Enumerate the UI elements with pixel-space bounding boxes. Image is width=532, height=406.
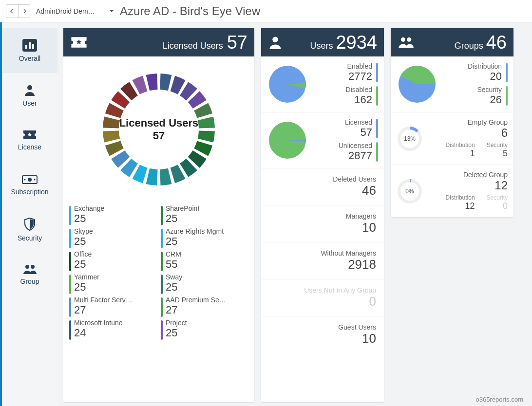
svg-rect-2 bbox=[29, 42, 31, 49]
group-icon bbox=[22, 264, 37, 275]
user-stat[interactable]: Guest Users10 bbox=[261, 316, 384, 353]
groups-value: 46 bbox=[486, 33, 507, 52]
groups-card: Groups 46 Distribution20 Security26 13% bbox=[391, 28, 513, 217]
user-stat[interactable]: Without Managers2918 bbox=[261, 242, 384, 279]
licensed-title: Licensed Users bbox=[163, 41, 223, 51]
svg-point-14 bbox=[401, 37, 405, 42]
svg-point-6 bbox=[28, 178, 32, 182]
user-stat[interactable]: Users Not In Any Group0 bbox=[261, 279, 384, 316]
pie-icon bbox=[267, 64, 308, 105]
license-item[interactable]: Skype25 bbox=[69, 227, 157, 248]
caret-down-icon bbox=[109, 10, 114, 13]
user-stat[interactable]: Deleted Users46 bbox=[261, 168, 384, 205]
license-item[interactable]: Microsoft Intune24 bbox=[69, 319, 157, 340]
deleted-group-row[interactable]: 0% Deleted Group 12 Distribution12 Secur… bbox=[391, 165, 513, 217]
svg-point-10 bbox=[31, 265, 35, 269]
sidebar-item-group[interactable]: Group bbox=[2, 252, 57, 297]
groups-title: Groups bbox=[455, 41, 483, 51]
svg-point-9 bbox=[25, 265, 29, 269]
sidebar-label: License bbox=[18, 143, 41, 151]
sidebar: Overall User License Subscription Securi… bbox=[0, 22, 57, 406]
page-title: Azure AD - Bird's Eye View bbox=[120, 4, 260, 18]
money-icon bbox=[22, 174, 38, 185]
groups-types-row[interactable]: Distribution20 Security26 bbox=[391, 56, 513, 112]
sidebar-item-security[interactable]: Security bbox=[2, 207, 57, 252]
sidebar-item-user[interactable]: User bbox=[2, 73, 57, 118]
license-item[interactable]: Azure Rights Mgmt25 bbox=[161, 227, 248, 248]
user-icon bbox=[23, 84, 36, 96]
license-item[interactable]: SharePoint25 bbox=[161, 204, 248, 225]
sidebar-label: Overall bbox=[19, 55, 40, 62]
sidebar-label: Subscription bbox=[11, 188, 48, 196]
group-icon bbox=[398, 36, 414, 49]
license-item[interactable]: Multi Factor Serv…27 bbox=[69, 296, 157, 317]
users-value: 2934 bbox=[336, 33, 377, 52]
users-card: Users 2934 Enabled2772 Disabled162 Licen… bbox=[261, 28, 384, 402]
sidebar-label: User bbox=[22, 99, 37, 107]
license-item[interactable]: Yammer25 bbox=[69, 273, 157, 294]
back-button[interactable] bbox=[6, 5, 18, 18]
chevron-right-icon bbox=[22, 9, 27, 14]
licensed-donut: Licensed Users 57 bbox=[63, 56, 254, 203]
svg-point-11 bbox=[272, 37, 278, 42]
user-icon bbox=[268, 35, 283, 50]
license-item[interactable]: CRM55 bbox=[161, 250, 248, 271]
nav-buttons bbox=[6, 4, 30, 18]
license-item[interactable]: Sway25 bbox=[161, 273, 248, 294]
sidebar-item-subscription[interactable]: Subscription bbox=[2, 163, 57, 207]
sidebar-item-overall[interactable]: Overall bbox=[2, 28, 57, 73]
ticket-icon bbox=[22, 129, 37, 140]
sidebar-item-license[interactable]: License bbox=[2, 118, 57, 163]
pie-icon bbox=[267, 120, 308, 161]
svg-point-7 bbox=[24, 179, 26, 181]
tenant-dropdown-label: AdminDroid Dem… bbox=[36, 7, 95, 15]
donut-center-title: Licensed Users bbox=[119, 117, 199, 129]
licensed-users-card: Licensed Users 57 Licensed Users 57 Exch… bbox=[63, 28, 254, 402]
user-stat[interactable]: Managers10 bbox=[261, 205, 384, 242]
chevron-left-icon bbox=[10, 9, 15, 14]
shield-icon bbox=[24, 218, 36, 231]
donut-center-value: 57 bbox=[119, 129, 199, 142]
svg-rect-3 bbox=[32, 44, 34, 49]
sidebar-label: Group bbox=[20, 277, 39, 285]
license-item[interactable]: AAD Premium Se…27 bbox=[161, 296, 248, 317]
forward-button[interactable] bbox=[18, 5, 30, 18]
license-item[interactable]: Office25 bbox=[69, 250, 157, 271]
empty-group-row[interactable]: 13% Empty Group 6 Distribution1 Security… bbox=[391, 112, 513, 165]
users-title: Users bbox=[310, 41, 333, 51]
licensed-value: 57 bbox=[227, 33, 247, 52]
users-enabled-row[interactable]: Enabled2772 Disabled162 bbox=[261, 56, 384, 112]
sidebar-label: Security bbox=[18, 234, 42, 242]
svg-point-15 bbox=[407, 37, 411, 42]
top-toolbar: AdminDroid Dem… Azure AD - Bird's Eye Vi… bbox=[0, 0, 532, 22]
pie-icon bbox=[397, 64, 437, 105]
users-licensed-row[interactable]: Licensed57 Unlicensed2877 bbox=[261, 112, 384, 168]
tenant-dropdown[interactable]: AdminDroid Dem… bbox=[36, 7, 114, 15]
footer-credit: o365reports.com bbox=[475, 396, 523, 403]
svg-point-4 bbox=[27, 85, 32, 90]
license-grid: Exchange25SharePoint25Skype25Azure Right… bbox=[63, 203, 254, 346]
svg-rect-1 bbox=[25, 45, 27, 49]
svg-point-8 bbox=[34, 179, 36, 181]
ticket-icon bbox=[70, 35, 88, 50]
content: Licensed Users 57 Licensed Users 57 Exch… bbox=[57, 22, 532, 406]
chart-icon bbox=[22, 39, 37, 52]
license-item[interactable]: Project25 bbox=[161, 319, 248, 340]
license-item[interactable]: Exchange25 bbox=[69, 204, 157, 225]
